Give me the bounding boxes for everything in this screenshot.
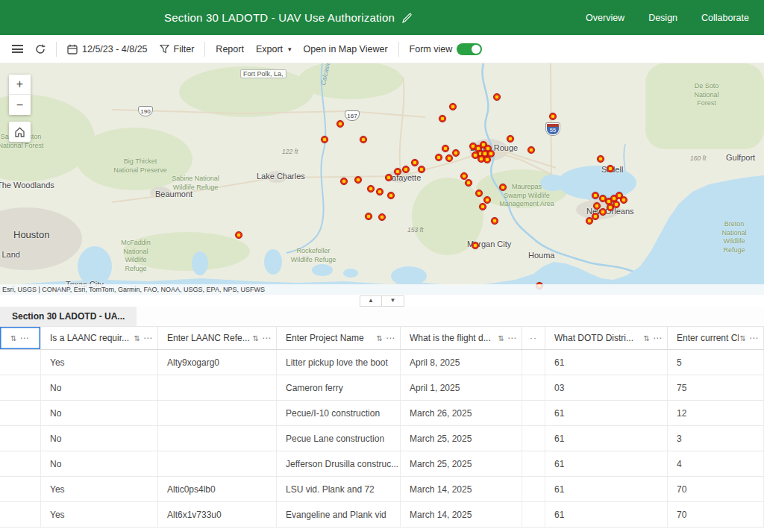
column-header-laanc[interactable]: Is a LAANC requir...⇅⋯	[41, 327, 158, 349]
cell-gap[interactable]	[522, 401, 545, 425]
column-menu-icon[interactable]: ⋯	[262, 333, 272, 343]
column-header-flight_date[interactable]: What is the flight d...⇅⋯	[401, 327, 522, 349]
cell-flight_date[interactable]: April 8, 2025	[401, 350, 522, 375]
table-row[interactable]: NoPecue/I-10 constructionMarch 26, 20256…	[0, 401, 764, 426]
expand-table-button[interactable]: ▲	[360, 295, 382, 307]
sort-icon[interactable]: ⇅	[498, 334, 504, 342]
cell-district[interactable]: 61	[545, 426, 668, 451]
zoom-in-button[interactable]: +	[9, 75, 31, 95]
zoom-out-button[interactable]: −	[9, 95, 31, 115]
column-menu-icon[interactable]: ⋯	[386, 333, 395, 343]
survey-point[interactable]	[402, 166, 410, 173]
cell-cloud[interactable]: 4	[668, 451, 764, 476]
survey-point[interactable]	[475, 190, 483, 197]
cell-sel[interactable]	[0, 451, 41, 476]
survey-point[interactable]	[411, 159, 419, 166]
survey-point[interactable]	[507, 135, 514, 143]
cell-project[interactable]: LSU vid. Plank and 72	[277, 477, 401, 501]
cell-ref[interactable]	[158, 451, 277, 476]
cell-ref[interactable]: Altic0ps4lb0	[158, 477, 277, 501]
nav-collaborate[interactable]: Collaborate	[701, 13, 749, 23]
cell-flight_date[interactable]: March 14, 2025	[401, 477, 522, 501]
survey-point[interactable]	[321, 136, 328, 143]
cell-sel[interactable]	[0, 401, 41, 425]
survey-point[interactable]	[586, 217, 593, 225]
cell-sel[interactable]	[0, 502, 41, 527]
survey-point[interactable]	[599, 208, 607, 216]
survey-point[interactable]	[613, 201, 620, 208]
cell-ref[interactable]	[158, 426, 277, 451]
survey-point[interactable]	[385, 174, 392, 181]
survey-point[interactable]	[376, 188, 383, 195]
cell-laanc[interactable]: No	[41, 401, 158, 425]
survey-point[interactable]	[465, 179, 472, 187]
sort-icon[interactable]: ⇅	[377, 334, 383, 342]
column-menu-icon[interactable]: ⋯	[507, 333, 517, 343]
cell-ref[interactable]	[158, 375, 277, 400]
cell-laanc[interactable]: Yes	[41, 477, 158, 501]
menu-button[interactable]	[6, 41, 29, 57]
cell-gap[interactable]	[522, 350, 545, 375]
nav-design[interactable]: Design	[648, 13, 677, 23]
column-menu-icon[interactable]: ⋯	[19, 333, 29, 343]
cell-laanc[interactable]: No	[41, 451, 158, 476]
column-header-district[interactable]: What DOTD Distri...⇅⋯	[545, 327, 668, 349]
survey-point[interactable]	[527, 146, 535, 154]
column-menu-icon[interactable]: ⋯	[653, 333, 663, 343]
cell-laanc[interactable]: Yes	[41, 350, 158, 375]
survey-point[interactable]	[607, 165, 614, 172]
survey-point[interactable]	[597, 155, 604, 163]
date-range-button[interactable]: 12/5/23 - 4/8/25	[61, 40, 154, 58]
sort-icon[interactable]: ⇅	[134, 334, 140, 342]
open-in-map-viewer-button[interactable]: Open in Map Viewer	[298, 40, 394, 58]
refresh-button[interactable]	[29, 40, 51, 58]
survey-point[interactable]	[479, 203, 486, 210]
cell-district[interactable]: 61	[545, 350, 668, 375]
cell-sel[interactable]	[0, 426, 41, 451]
collapse-table-button[interactable]: ▼	[382, 295, 404, 307]
survey-point[interactable]	[365, 213, 372, 220]
cell-cloud[interactable]: 5	[668, 350, 764, 375]
cell-laanc[interactable]: No	[41, 426, 158, 451]
cell-ref[interactable]: Alt6x1v733u0	[158, 502, 277, 527]
cell-ref[interactable]	[158, 401, 277, 425]
cell-flight_date[interactable]: March 26, 2025	[401, 401, 522, 425]
cell-ref[interactable]: Alty9xogarg0	[158, 350, 277, 375]
cell-flight_date[interactable]: March 25, 2025	[401, 426, 522, 451]
cell-laanc[interactable]: Yes	[41, 502, 158, 527]
survey-point[interactable]	[620, 196, 627, 204]
cell-flight_date[interactable]: March 25, 2025	[401, 451, 522, 476]
survey-point[interactable]	[378, 213, 386, 221]
home-button[interactable]	[9, 122, 31, 142]
cell-cloud[interactable]: 70	[668, 477, 764, 501]
cell-cloud[interactable]: 70	[668, 502, 764, 527]
sort-icon[interactable]: ⇅	[253, 334, 259, 342]
cell-gap[interactable]	[522, 477, 545, 501]
edit-title-button[interactable]	[402, 13, 413, 23]
survey-point[interactable]	[418, 166, 425, 173]
column-menu-icon[interactable]: ··	[530, 333, 537, 343]
table-row[interactable]: YesAlty9xogarg0Litter pickup love the bo…	[0, 350, 764, 375]
cell-flight_date[interactable]: March 14, 2025	[401, 502, 522, 527]
filter-button[interactable]: Filter	[154, 40, 201, 58]
cell-district[interactable]: 61	[545, 477, 668, 501]
table-row[interactable]: NoJefferson Drusilla construc...March 25…	[0, 451, 764, 477]
survey-point[interactable]	[491, 217, 498, 225]
sort-icon[interactable]: ⇅	[740, 334, 746, 342]
export-button[interactable]: Export ▾	[250, 40, 298, 58]
survey-point[interactable]	[592, 192, 599, 199]
nav-overview[interactable]: Overview	[586, 13, 624, 23]
column-menu-icon[interactable]: ⋯	[749, 333, 759, 343]
cell-gap[interactable]	[522, 426, 545, 451]
survey-point[interactable]	[354, 176, 362, 184]
cell-project[interactable]: Pecue/I-10 construction	[277, 401, 401, 425]
table-row[interactable]: NoCameron ferryApril 1, 20250375	[0, 375, 764, 401]
table-row[interactable]: NoPecue Lane constructionMarch 25, 20256…	[0, 426, 764, 451]
cell-project[interactable]: Cameron ferry	[277, 375, 401, 400]
cell-sel[interactable]	[0, 477, 41, 501]
table-row[interactable]: YesAltic0ps4lb0LSU vid. Plank and 72Marc…	[0, 477, 764, 502]
survey-point[interactable]	[435, 154, 442, 161]
sheet-tab[interactable]: Section 30 LADOTD - UA...	[0, 307, 137, 326]
survey-point[interactable]	[452, 149, 460, 157]
survey-point[interactable]	[445, 154, 453, 162]
